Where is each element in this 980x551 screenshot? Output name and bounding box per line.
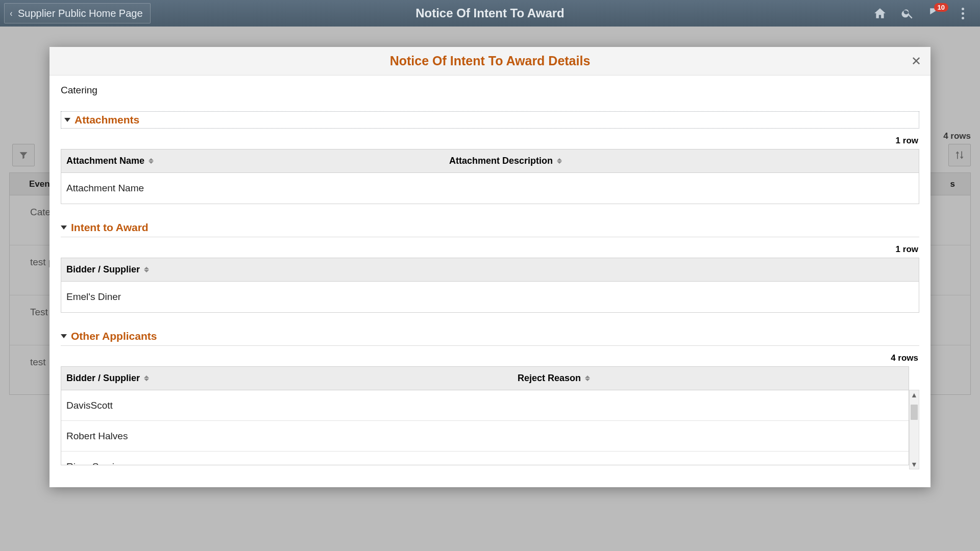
col-label: Bidder / Supplier [66, 264, 140, 275]
col-header-attachment-name[interactable]: Attachment Name [61, 156, 444, 166]
table-row[interactable]: DavisScott [61, 390, 909, 421]
section-label: Intent to Award [71, 221, 149, 234]
details-modal: Notice Of Intent To Award Details ✕ Cate… [50, 47, 930, 487]
sort-icon [585, 375, 590, 381]
col-label: Attachment Description [449, 156, 553, 166]
scroll-down-icon[interactable]: ▼ [911, 460, 918, 469]
intent-row-count: 1 row [61, 244, 918, 255]
modal-title: Notice Of Intent To Award Details [390, 54, 591, 68]
sort-icon [557, 158, 562, 164]
search-icon[interactable] [900, 6, 915, 20]
header-actions: 10 [873, 6, 980, 20]
col-header-attachment-desc[interactable]: Attachment Description [444, 156, 919, 166]
table-row[interactable]: Riger Services [61, 452, 909, 465]
attachments-row-count: 1 row [61, 136, 918, 146]
more-menu-icon[interactable] [955, 6, 970, 20]
sort-icon [149, 158, 154, 164]
table-row[interactable]: Robert Halves [61, 421, 909, 452]
col-header-bidder[interactable]: Bidder / Supplier [61, 264, 919, 275]
sort-icon [144, 267, 149, 272]
cell-bidder: Emel's Diner [61, 291, 919, 303]
notifications-icon[interactable]: 10 [928, 6, 942, 20]
col-header-reject[interactable]: Reject Reason [512, 373, 909, 384]
intent-grid: Bidder / Supplier Emel's Diner [61, 258, 919, 313]
back-button[interactable]: ‹ Supplier Public Home Page [4, 3, 151, 23]
section-toggle-attachments[interactable]: Attachments [61, 111, 919, 129]
table-row[interactable]: Emel's Diner [61, 282, 919, 312]
cell-bidder: Robert Halves [61, 431, 512, 442]
home-icon[interactable] [873, 6, 887, 20]
caret-down-icon [61, 334, 67, 338]
col-header-bidder[interactable]: Bidder / Supplier [61, 373, 512, 384]
cell-bidder: DavisScott [61, 400, 512, 411]
scroll-up-icon[interactable]: ▲ [911, 390, 918, 399]
scrollbar[interactable]: ▲ ▼ [909, 390, 919, 469]
app-header: ‹ Supplier Public Home Page Notice Of In… [0, 0, 980, 27]
modal-header: Notice Of Intent To Award Details ✕ [50, 47, 930, 76]
close-icon[interactable]: ✕ [911, 54, 921, 68]
cell-attachment-name: Attachment Name [61, 183, 444, 194]
section-label: Attachments [75, 114, 139, 126]
col-label: Reject Reason [518, 373, 581, 384]
other-applicants-grid: Bidder / Supplier Reject Reason DavisSco… [61, 366, 909, 465]
caret-down-icon [64, 118, 70, 122]
back-label: Supplier Public Home Page [18, 8, 143, 19]
section-toggle-intent[interactable]: Intent to Award [61, 219, 919, 236]
table-row[interactable]: Attachment Name [61, 173, 919, 204]
col-label: Attachment Name [66, 156, 144, 166]
other-row-count: 4 rows [61, 353, 918, 363]
section-label: Other Applicants [71, 330, 157, 342]
caret-down-icon [61, 226, 67, 230]
chevron-left-icon: ‹ [10, 8, 13, 19]
notification-badge: 10 [934, 3, 948, 12]
col-label: Bidder / Supplier [66, 373, 140, 384]
cell-bidder: Riger Services [61, 461, 512, 465]
scroll-thumb[interactable] [911, 405, 918, 420]
sort-icon [144, 375, 149, 381]
attachments-grid: Attachment Name Attachment Description A… [61, 149, 919, 204]
event-name: Catering [61, 85, 919, 96]
section-toggle-other[interactable]: Other Applicants [61, 328, 919, 344]
